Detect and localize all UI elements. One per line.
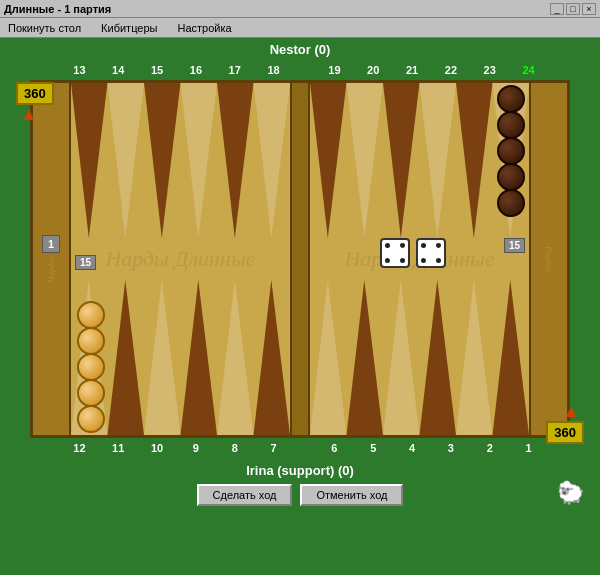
menu-kibitzers[interactable]: Кибитцеры [97,20,161,36]
dot-empty [385,250,390,255]
dot-empty [436,250,441,255]
num-17: 17 [215,64,254,76]
svg-marker-16 [456,83,493,238]
num-2: 2 [470,442,509,454]
numbers-top-row: 13 14 15 16 17 18 19 20 21 22 23 24 [60,61,548,79]
dot-empty [421,250,426,255]
dot [400,258,405,263]
dot [385,243,390,248]
left-watermark: Нарды [46,257,56,283]
num-15: 15 [138,64,177,76]
dot-empty [392,258,397,263]
num-3: 3 [431,442,470,454]
top-triangles-right [310,83,529,243]
num-1: 1 [509,442,548,454]
bottom-player-label: Irina (support) (0) [8,463,592,478]
num-22: 22 [431,64,470,76]
num-9: 9 [176,442,215,454]
svg-marker-10 [217,280,254,435]
board[interactable]: 1 Нарды Нарды Длинные [30,80,570,438]
svg-marker-7 [108,280,145,435]
pip-badge-top-right: 15 [504,238,525,253]
svg-marker-20 [383,280,420,435]
svg-marker-15 [420,83,457,238]
svg-marker-8 [144,280,181,435]
dot-empty [392,250,397,255]
dot-empty [428,258,433,263]
window-title: Длинные - 1 партия [4,3,111,15]
dot-empty [392,243,397,248]
num-6: 6 [315,442,354,454]
die-1[interactable] [380,238,410,268]
num-20: 20 [354,64,393,76]
home-arrow-top: ▲ [20,104,38,125]
minimize-button[interactable]: _ [550,3,564,15]
svg-marker-0 [71,83,108,238]
bottom-triangles-right [310,275,529,435]
num-8: 8 [215,442,254,454]
svg-marker-11 [254,280,291,435]
piece-dark-24-3[interactable] [497,137,525,165]
svg-marker-22 [456,280,493,435]
board-center-divider [290,83,310,435]
window-controls[interactable]: _ □ × [550,3,596,15]
home-arrow-bottom: ▲ [562,401,580,422]
pip-badge-bottom-left: 15 [75,255,96,270]
num-21: 21 [393,64,432,76]
num-23: 23 [470,64,509,76]
score-top: 360 [16,82,54,105]
piece-dark-24-5[interactable] [497,189,525,217]
left-sidebar: 1 Нарды [33,83,71,435]
bottom-triangles-left [71,275,290,435]
num-13: 13 [60,64,99,76]
score-bottom: 360 [546,421,584,444]
die-2[interactable] [416,238,446,268]
piece-light-12-4[interactable] [77,327,105,355]
piece-dark-24-4[interactable] [497,163,525,191]
maximize-button[interactable]: □ [566,3,580,15]
num-24: 24 [509,64,548,76]
num-4: 4 [393,442,432,454]
num-16: 16 [176,64,215,76]
svg-marker-3 [181,83,218,238]
svg-marker-23 [493,280,530,435]
make-move-button[interactable]: Сделать ход [197,484,293,506]
right-board-half[interactable]: Нарды Длинные [310,83,529,435]
menu-bar: Покинуть стол Кибитцеры Настройка [0,18,600,38]
close-button[interactable]: × [582,3,596,15]
action-buttons[interactable]: Сделать ход Отменить ход [8,484,592,506]
piece-dark-24-1[interactable] [497,85,525,113]
right-sidebar: Нарды [529,83,567,435]
svg-marker-14 [383,83,420,238]
sheep-icon: 🐑 [557,480,584,506]
piece-light-12-5[interactable] [77,301,105,329]
num-5: 5 [354,442,393,454]
dot-empty [400,250,405,255]
left-watermark-text: Нарды Длинные [105,246,255,272]
dot [436,243,441,248]
svg-marker-2 [144,83,181,238]
piece-light-12-2[interactable] [77,379,105,407]
svg-marker-18 [310,280,347,435]
top-triangles-left [71,83,290,243]
dot-empty [428,250,433,255]
dot [421,243,426,248]
dot-empty [428,243,433,248]
piece-dark-24-2[interactable] [497,111,525,139]
piece-light-12-1[interactable] [77,405,105,433]
game-area: Nestor (0) 360 ▲ 13 14 15 16 17 18 19 20… [0,38,600,510]
num-14: 14 [99,64,138,76]
dice-container [380,238,446,268]
num-7: 7 [254,442,293,454]
bar-count-badge: 1 [42,235,60,253]
numbers-bottom-row: 12 11 10 9 8 7 6 5 4 3 2 1 [60,439,548,457]
menu-leave-table[interactable]: Покинуть стол [4,20,85,36]
svg-marker-4 [217,83,254,238]
num-12: 12 [60,442,99,454]
piece-light-12-3[interactable] [77,353,105,381]
menu-settings[interactable]: Настройка [173,20,235,36]
right-watermark: Нарды [544,246,554,272]
num-11: 11 [99,442,138,454]
cancel-move-button[interactable]: Отменить ход [300,484,403,506]
left-board-half[interactable]: Нарды Длинные [71,83,290,435]
